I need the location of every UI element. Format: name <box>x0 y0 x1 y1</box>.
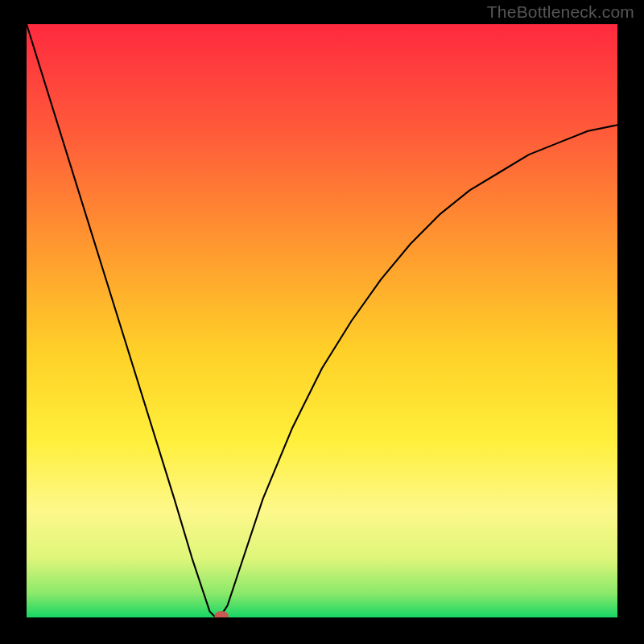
gradient-background <box>27 24 617 617</box>
chart-container <box>27 24 617 617</box>
app-frame: TheBottleneck.com <box>0 0 644 644</box>
bottleneck-curve-chart <box>27 24 617 617</box>
watermark-label: TheBottleneck.com <box>487 2 634 22</box>
